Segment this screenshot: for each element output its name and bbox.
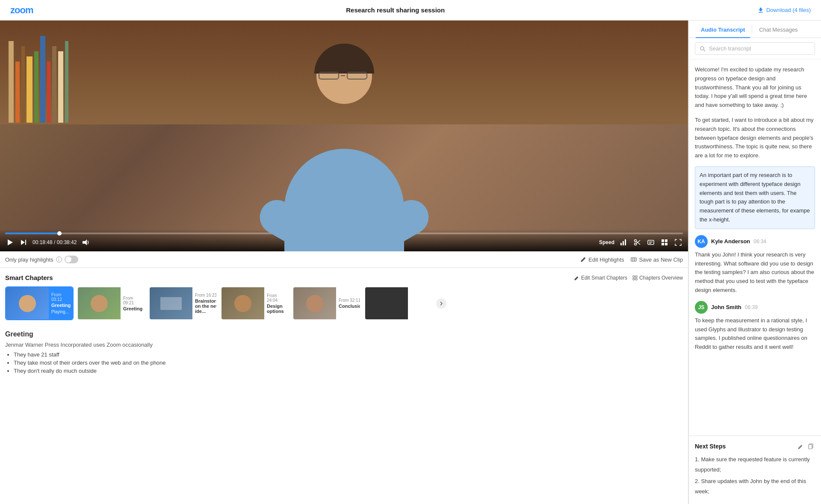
video-player: 00:18:48 / 00:38:42 Speed	[0, 21, 688, 251]
chapter-content-title: Greeting	[5, 330, 683, 338]
chapter-2-name: Greeting	[123, 306, 142, 311]
page-title: Research result sharing session	[346, 6, 445, 14]
caption-button[interactable]	[646, 238, 656, 247]
info-icon[interactable]: i	[56, 256, 62, 262]
play-button[interactable]	[5, 238, 15, 247]
chapter-2-from: From 09:21	[123, 296, 142, 305]
video-actions: Edit Highlights Save as New Clip	[580, 256, 683, 263]
fullscreen-button[interactable]	[673, 238, 683, 247]
video-background	[0, 21, 688, 251]
transcript-para-2: To get started, I want to introduce a bi…	[695, 116, 815, 160]
msg-kyle-text: Thank you John! I think your research is…	[695, 251, 815, 295]
smart-chapters-title: Smart Chapters	[5, 274, 53, 281]
svg-rect-12	[648, 240, 654, 245]
chart-icon-button[interactable]	[619, 238, 628, 247]
msg-kyle-header: KA Kyle Anderson 06:34	[695, 235, 815, 248]
search-input[interactable]	[709, 45, 810, 52]
svg-rect-24	[633, 278, 635, 280]
svg-rect-6	[623, 241, 624, 245]
chapter-5-name: Conclusion	[339, 304, 361, 309]
svg-marker-4	[83, 239, 87, 245]
next-steps-header: Next Steps	[695, 442, 815, 450]
svg-rect-0	[759, 12, 763, 13]
next-step-2: 2. Share updates with John by the end of…	[695, 476, 815, 496]
edit-highlights-button[interactable]: Edit Highlights	[580, 256, 624, 263]
chapter-1[interactable]: From 03:12 Greeting Playing...	[5, 286, 74, 320]
chapter-4-img	[221, 287, 264, 319]
smart-chapters-section: Smart Chapters Edit Smart Chapters	[0, 268, 688, 324]
toggle-switch[interactable]	[65, 256, 78, 263]
next-steps-title: Next Steps	[695, 443, 726, 450]
msg-john-text: To keep the measurement in a rational st…	[695, 316, 815, 352]
next-steps-edit-button[interactable]	[797, 442, 805, 450]
chapter-4[interactable]: From 24:04 Design options	[221, 286, 289, 320]
chapter-bullet-2: They take most of their orders over the …	[14, 360, 683, 366]
svg-marker-1	[8, 239, 13, 245]
clip-icon	[631, 256, 637, 262]
volume-button[interactable]	[81, 238, 90, 247]
highlights-label: Only play highlights	[5, 256, 53, 263]
download-button[interactable]: Download (4 files)	[758, 7, 811, 13]
svg-rect-5	[620, 243, 622, 245]
edit-icon	[580, 256, 586, 262]
left-panel: 00:18:48 / 00:38:42 Speed	[0, 21, 688, 504]
chapter-2-img	[78, 287, 121, 319]
chapter-content-list: They have 21 staff They take most of the…	[5, 351, 683, 374]
msg-kyle-name: Kyle Anderson	[711, 238, 750, 245]
svg-rect-19	[631, 258, 636, 261]
zoom-logo: zoom	[10, 5, 33, 16]
chapter-2[interactable]: From 09:21 Greeting	[77, 286, 145, 320]
chapters-overview-label: Chapters Overview	[639, 275, 683, 281]
transcript-para-1: Welcome! I'm excited to update my resear…	[695, 65, 815, 110]
download-icon	[758, 7, 764, 13]
svg-point-8	[635, 240, 637, 242]
message-john: JS John Smith 06:39 To keep the measurem…	[695, 301, 815, 352]
scissors-button[interactable]	[632, 238, 642, 247]
highlights-toggle: Only play highlights i	[5, 256, 78, 263]
chapter-3-img	[150, 287, 192, 319]
msg-john-time: 06:39	[745, 304, 758, 310]
svg-point-26	[700, 47, 704, 50]
svg-rect-7	[625, 239, 626, 245]
next-step-1: 1. Make sure the requested feature is cu…	[695, 454, 815, 475]
edit-chapters-icon	[574, 275, 579, 280]
svg-marker-2	[21, 240, 25, 245]
chapter-3-from: From 16:23	[195, 293, 217, 298]
chapters-overview-button[interactable]: Chapters Overview	[632, 275, 683, 281]
svg-rect-3	[25, 240, 26, 245]
next-steps-copy-button[interactable]	[807, 442, 815, 450]
next-steps-list: 1. Make sure the requested feature is cu…	[695, 454, 815, 496]
skip-forward-button[interactable]	[19, 238, 28, 247]
chapter-1-name: Greeting	[51, 303, 71, 308]
chapter-5[interactable]: From 32:11 Conclusion	[292, 286, 361, 320]
tab-chat-messages[interactable]: Chat Messages	[754, 21, 803, 38]
chapter-3-name: Brainstorming on the new ide...	[195, 298, 217, 314]
tab-audio-transcript[interactable]: Audio Transcript	[696, 21, 750, 38]
speed-button[interactable]: Speed	[599, 239, 614, 245]
chapter-4-from: From 24:04	[267, 293, 286, 303]
chapters-scroll: From 03:12 Greeting Playing... From 09:2…	[5, 286, 683, 324]
time-display: 00:18:48 / 00:38:42	[32, 239, 77, 245]
main-layout: 00:18:48 / 00:38:42 Speed	[0, 21, 821, 504]
avatar-kyle: KA	[695, 235, 708, 248]
chapter-bullet-3: They don't really do much outside	[14, 368, 683, 374]
svg-rect-22	[633, 276, 635, 277]
save-new-clip-button[interactable]: Save as New Clip	[631, 256, 683, 263]
avatar-john: JS	[695, 301, 708, 314]
chapter-1-from: From 03:12	[51, 292, 71, 302]
grid-button[interactable]	[660, 238, 669, 247]
chapters-next-button[interactable]	[436, 298, 446, 309]
chapter-bullet-1: They have 21 staff	[14, 351, 683, 358]
svg-rect-29	[809, 445, 812, 449]
download-label: Download (4 files)	[766, 7, 811, 13]
edit-chapters-label: Edit Smart Chapters	[581, 275, 627, 281]
edit-smart-chapters-button[interactable]: Edit Smart Chapters	[574, 275, 627, 281]
chapters-scroll-right[interactable]	[436, 286, 446, 320]
svg-rect-25	[635, 278, 637, 280]
edit-next-steps-icon	[798, 443, 804, 449]
chapter-3[interactable]: From 16:23 Brainstorming on the new ide.…	[149, 286, 217, 320]
chapter-6[interactable]	[364, 286, 433, 320]
transcript-body: Welcome! I'm excited to update my resear…	[689, 59, 821, 436]
transcript-tabs: Audio Transcript Chat Messages	[689, 21, 821, 38]
chapter-1-playing: Playing...	[51, 309, 71, 314]
